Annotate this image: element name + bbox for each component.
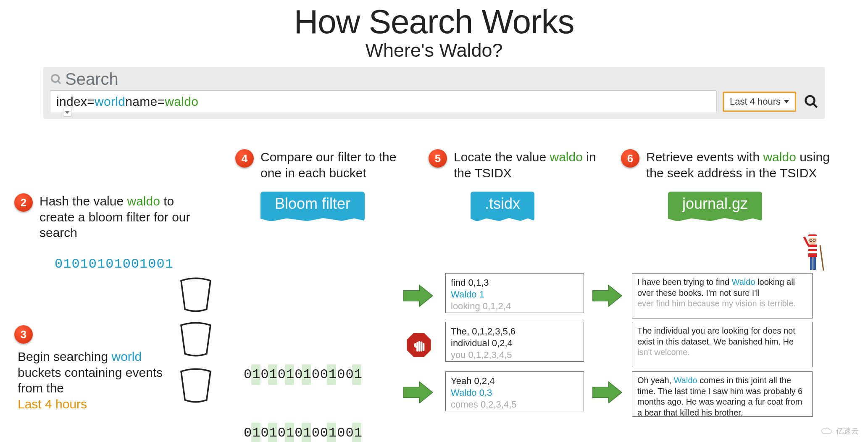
bucket-icon <box>176 368 215 403</box>
slide-title: How Search Works <box>0 3 868 41</box>
bucket-icon <box>176 322 215 357</box>
query-seg: index= <box>56 95 95 109</box>
query-val-world: world <box>95 95 125 109</box>
filter-bits-row1: 01010101001001 <box>244 425 868 441</box>
time-range-label: Last 4 hours <box>730 96 781 107</box>
svg-rect-14 <box>813 257 816 270</box>
svg-rect-13 <box>810 257 813 270</box>
stop-icon <box>406 332 432 358</box>
journal-banner: journal.gz <box>668 192 762 221</box>
go-arrow-icon <box>592 284 622 308</box>
query-val-waldo: waldo <box>165 95 198 109</box>
step2-bits: 01010101001001 <box>55 256 174 272</box>
query-seg2: name= <box>125 95 165 109</box>
svg-rect-7 <box>808 236 817 238</box>
event-result-1: I have been trying to find Waldo looking… <box>632 273 813 318</box>
go-arrow-icon <box>592 381 622 404</box>
svg-rect-12 <box>808 251 817 253</box>
go-arrow-icon <box>403 284 433 308</box>
run-search-button[interactable] <box>802 92 821 111</box>
search-heading: Search <box>50 70 821 89</box>
slide-subtitle: Where's Waldo? <box>0 39 868 61</box>
go-arrow-icon <box>403 381 433 404</box>
time-range-picker[interactable]: Last 4 hours <box>723 92 796 112</box>
bucket-icon <box>176 277 215 313</box>
svg-line-15 <box>804 237 808 245</box>
expand-caret-icon[interactable] <box>63 108 71 117</box>
step2-text: Hash the value waldo to create a bloom f… <box>39 193 212 241</box>
step-badge-2: 2 <box>14 193 33 212</box>
tsidx-banner: .tsidx <box>471 192 534 221</box>
event-result-2: The individual you are looking for does … <box>632 322 813 367</box>
waldo-character-icon <box>798 233 828 275</box>
step5-text: Locate the value waldo in the TSIDX <box>454 149 597 181</box>
step-badge-4: 4 <box>235 149 254 168</box>
search-panel: Search index=world name=waldo Last 4 hou… <box>43 67 825 119</box>
bloom-filter-banner: Bloom filter <box>260 192 365 221</box>
tsidx-result-2: The, 0,1,2,3,5,6 individual 0,2,4 you 0,… <box>445 322 584 362</box>
svg-line-1 <box>58 81 60 83</box>
svg-rect-10 <box>808 245 817 257</box>
svg-line-3 <box>813 104 817 108</box>
svg-point-2 <box>806 96 815 105</box>
svg-rect-11 <box>808 247 817 249</box>
step4-text: Compare our filter to the one in each bu… <box>260 149 412 181</box>
tsidx-result-1: find 0,1,3 Waldo 1 looking 0,1,2,4 <box>445 273 584 313</box>
chevron-down-icon <box>784 100 789 103</box>
svg-point-0 <box>52 74 59 82</box>
search-icon <box>50 73 63 86</box>
step6-text: Retrieve events with waldo using the see… <box>646 149 839 181</box>
svg-line-16 <box>820 245 823 271</box>
step3-text: Begin searching world buckets containing… <box>18 349 177 412</box>
step-badge-6: 6 <box>621 149 639 168</box>
watermark: 亿速云 <box>821 426 859 436</box>
search-heading-text: Search <box>65 70 118 89</box>
cloud-icon <box>821 427 833 435</box>
tsidx-result-3: Yeah 0,2,4 Waldo 0,3 comes 0,2,3,4,5 <box>445 371 584 411</box>
step-badge-3: 3 <box>14 325 33 344</box>
search-input[interactable]: index=world name=waldo <box>50 90 717 113</box>
event-result-3: Oh yeah, Waldo comes in this joint all t… <box>632 371 813 417</box>
step-badge-5: 5 <box>429 149 447 168</box>
search-icon <box>804 94 819 109</box>
